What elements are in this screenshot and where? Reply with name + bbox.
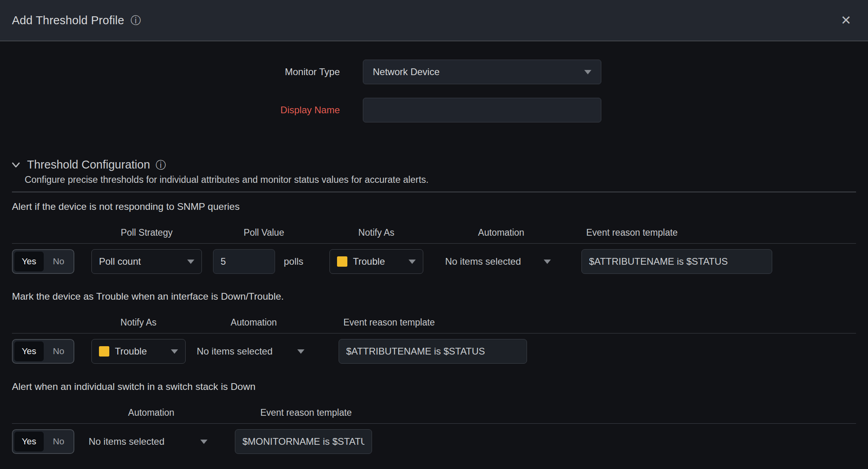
- snmp-alert-subsection: Alert if the device is not responding to…: [12, 201, 856, 274]
- col-header-event-template: Event reason template: [339, 317, 527, 328]
- column-headers: Automation Event reason template: [12, 407, 856, 418]
- monitor-type-label: Monitor Type: [0, 66, 340, 78]
- section-description: Configure precise thresholds for individ…: [25, 174, 868, 185]
- poll-strategy-value: Poll count: [99, 256, 187, 267]
- chevron-down-icon[interactable]: [10, 159, 21, 171]
- switch-stack-enabled-toggle[interactable]: Yes No: [12, 429, 74, 454]
- event-template-field: [235, 429, 372, 454]
- close-icon[interactable]: ✕: [841, 14, 851, 27]
- chevron-down-icon: [187, 260, 194, 264]
- col-header-event-template: Event reason template: [581, 227, 772, 238]
- col-header-poll-strategy: Poll Strategy: [91, 227, 202, 238]
- poll-value-input[interactable]: [213, 250, 275, 273]
- dialog-body: Monitor Type Network Device Display Name…: [0, 41, 868, 469]
- notify-as-value: Trouble: [115, 346, 171, 357]
- dialog-header: Add Threshold Profile ⓘ ✕: [0, 0, 868, 41]
- chevron-down-icon: [297, 349, 304, 354]
- interface-enabled-toggle[interactable]: Yes No: [12, 339, 74, 364]
- chevron-down-icon: [171, 349, 178, 354]
- col-header-automation: Automation: [197, 317, 311, 328]
- monitor-type-select[interactable]: Network Device: [363, 60, 601, 84]
- display-name-row: Display Name: [0, 98, 868, 122]
- event-template-input[interactable]: [235, 430, 372, 453]
- col-header-automation: Automation: [445, 227, 557, 238]
- automation-select[interactable]: No items selected: [197, 339, 311, 364]
- subsection-title: Alert when an individual switch in a swi…: [12, 381, 856, 392]
- subsection-title: Alert if the device is not responding to…: [12, 201, 856, 212]
- col-header-event-template: Event reason template: [235, 407, 372, 418]
- event-template-field: [581, 249, 772, 274]
- section-divider: [12, 192, 856, 192]
- monitor-type-value: Network Device: [373, 66, 440, 78]
- monitor-type-row: Monitor Type Network Device: [0, 60, 868, 84]
- automation-value: No items selected: [89, 436, 165, 447]
- toggle-no[interactable]: No: [44, 256, 74, 267]
- chevron-down-icon: [200, 440, 207, 444]
- notify-as-select[interactable]: Trouble: [329, 249, 423, 274]
- automation-select[interactable]: No items selected: [89, 429, 214, 454]
- info-icon[interactable]: ⓘ: [156, 160, 166, 170]
- event-template-field: [339, 339, 527, 364]
- controls-row: Yes No No items selected: [12, 429, 856, 454]
- column-headers: Poll Strategy Poll Value Notify As Autom…: [12, 227, 856, 238]
- switch-stack-alert-subsection: Alert when an individual switch in a swi…: [12, 381, 856, 454]
- poll-unit-label: polls: [284, 256, 303, 267]
- poll-value-field: [213, 249, 275, 274]
- toggle-yes[interactable]: Yes: [14, 432, 44, 452]
- controls-row: Yes No Poll count polls: [12, 249, 856, 274]
- notify-as-value: Trouble: [353, 256, 409, 267]
- col-header-notify-as: Notify As: [329, 227, 423, 238]
- col-header-automation: Automation: [89, 407, 214, 418]
- event-template-input[interactable]: [582, 250, 772, 273]
- interface-alert-subsection: Mark the device as Trouble when an inter…: [12, 291, 856, 364]
- notify-as-select[interactable]: Trouble: [91, 339, 186, 364]
- toggle-no[interactable]: No: [44, 346, 74, 357]
- snmp-enabled-toggle[interactable]: Yes No: [12, 249, 74, 274]
- automation-value: No items selected: [445, 256, 521, 267]
- col-header-poll-value: Poll Value: [213, 227, 315, 238]
- automation-value: No items selected: [197, 346, 273, 357]
- dialog-title: Add Threshold Profile: [12, 14, 124, 27]
- event-template-input[interactable]: [339, 339, 527, 363]
- header-divider: [12, 423, 856, 424]
- toggle-yes[interactable]: Yes: [14, 252, 44, 271]
- col-header-notify-as: Notify As: [91, 317, 186, 328]
- trouble-status-swatch: [337, 256, 347, 267]
- trouble-status-swatch: [99, 346, 109, 357]
- info-icon[interactable]: ⓘ: [131, 15, 141, 25]
- chevron-down-icon: [584, 70, 591, 74]
- column-headers: Notify As Automation Event reason templa…: [12, 317, 856, 328]
- display-name-input[interactable]: [363, 98, 601, 122]
- toggle-yes[interactable]: Yes: [14, 341, 44, 361]
- chevron-down-icon: [409, 260, 416, 264]
- section-title: Threshold Configuration: [27, 158, 150, 171]
- chevron-down-icon: [544, 260, 551, 264]
- automation-select[interactable]: No items selected: [445, 249, 557, 274]
- controls-row: Yes No Trouble No items selected: [12, 339, 856, 364]
- threshold-configuration-header: Threshold Configuration ⓘ: [10, 158, 868, 171]
- toggle-no[interactable]: No: [44, 436, 74, 447]
- poll-strategy-select[interactable]: Poll count: [91, 249, 202, 274]
- header-divider: [12, 333, 856, 333]
- add-threshold-profile-dialog: Add Threshold Profile ⓘ ✕ Monitor Type N…: [0, 0, 868, 469]
- header-divider: [12, 243, 856, 244]
- display-name-field: [363, 98, 601, 122]
- display-name-label: Display Name: [0, 105, 340, 116]
- subsection-title: Mark the device as Trouble when an inter…: [12, 291, 856, 302]
